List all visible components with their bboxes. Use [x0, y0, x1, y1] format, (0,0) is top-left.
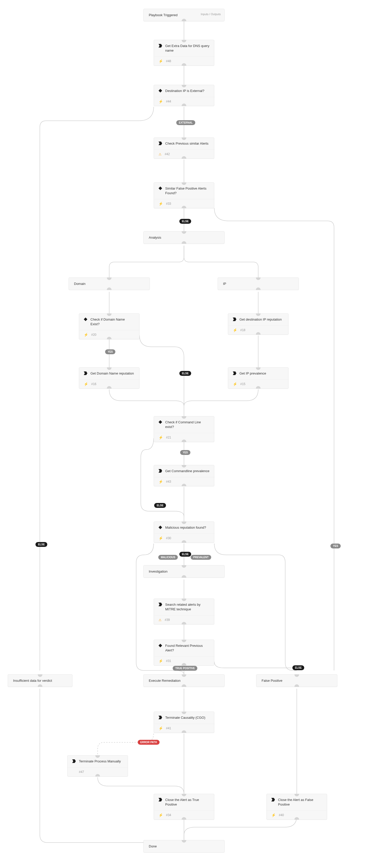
warn-icon: ⚠: [158, 618, 162, 622]
node-43[interactable]: Get Commandline prevalence ⚡ #43: [154, 465, 214, 486]
node-15[interactable]: Get IP prevalence ⚡ #15: [228, 367, 288, 389]
bolt-icon: ⚡: [158, 202, 163, 206]
label-else: ELSE: [179, 219, 191, 224]
node-remediation[interactable]: Execute Remediation: [143, 674, 224, 687]
label-yes: YES: [331, 544, 341, 549]
node-domain[interactable]: Domain: [69, 277, 150, 290]
node-30[interactable]: Malicious reputation found? ⚡ #30: [154, 522, 214, 543]
bolt-icon: ⚡: [233, 382, 237, 386]
diamond-icon: [84, 317, 87, 321]
label-true-positive: TRUE POSITIVE: [173, 666, 197, 671]
chevron-icon: [233, 371, 237, 375]
node-20[interactable]: Check if Domain Name Exist? ⚡ #20: [79, 313, 140, 339]
chevron-icon: [158, 716, 162, 719]
node-analysis[interactable]: Analysis: [143, 231, 224, 244]
io-link[interactable]: Inputs / Outputs: [201, 12, 221, 16]
node-31[interactable]: Found Relevant Previous Alert? ⚡ #31: [154, 640, 214, 665]
label-else: ELSE: [179, 552, 191, 557]
bolt-icon: ⚡: [158, 480, 163, 484]
chevron-icon: [271, 798, 275, 802]
chevron-icon: [158, 142, 162, 145]
bolt-icon: ⚡: [158, 100, 163, 103]
bolt-icon: ⚡: [158, 436, 163, 439]
bolt-icon: ⚡: [271, 813, 276, 817]
label-prevalent: PREVALENT: [191, 555, 211, 560]
chevron-icon: [158, 44, 162, 48]
chevron-icon: [72, 760, 76, 763]
bolt-icon: ⚡: [158, 536, 163, 540]
label-else: ELSE: [154, 503, 166, 508]
chevron-icon: [158, 798, 162, 802]
bolt-icon: ⚡: [158, 659, 163, 663]
node-18[interactable]: Get destination IP reputation ⚡ #18: [228, 313, 288, 335]
node-48[interactable]: Get Extra Data for DNS query name ⚡ #48: [154, 40, 214, 66]
bolt-icon: ⚡: [84, 333, 88, 337]
node-33[interactable]: Similar False Positive Alerts Found? ⚡ #…: [154, 182, 214, 208]
bolt-icon: ⚡: [158, 59, 163, 63]
chevron-icon: [233, 317, 237, 321]
diamond-icon: [158, 89, 162, 92]
node-47[interactable]: Terminate Process Manually #47: [67, 755, 128, 777]
diamond-icon: [158, 420, 162, 424]
node-false-positive[interactable]: False Positive: [256, 674, 337, 687]
node-ip[interactable]: IP: [218, 277, 299, 290]
diamond-icon: [158, 526, 162, 529]
bolt-icon: ⚡: [233, 328, 237, 332]
node-40[interactable]: Close the Alert as False Positive ⚡ #40: [267, 794, 327, 820]
node-42[interactable]: Check Previous similar Alerts ⚠ #42: [154, 137, 214, 159]
bolt-icon: ⚡: [158, 813, 163, 817]
label-yes: YES: [180, 450, 190, 455]
node-16[interactable]: Get Domain Name reputation ⚡ #16: [79, 367, 140, 389]
node-21[interactable]: Check if Command Line exist? ⚡ #21: [154, 416, 214, 442]
bolt-icon: ⚡: [84, 382, 88, 386]
node-trigger[interactable]: Playbook Triggered Inputs / Outputs: [143, 9, 224, 21]
chevron-icon: [158, 469, 162, 473]
chevron-icon: [84, 371, 87, 375]
node-done[interactable]: Done: [143, 840, 224, 852]
node-39[interactable]: Search related alerts by MITRE technique…: [154, 598, 214, 624]
label-else-right: ELSE: [292, 665, 304, 670]
diamond-icon: [158, 186, 162, 190]
node-41[interactable]: Terminate Causality (CGO) ⚡ #41: [154, 712, 214, 733]
warn-icon: ⚠: [158, 153, 162, 156]
label-else-left: ELSE: [35, 542, 47, 547]
node-investigation[interactable]: Investigation: [143, 565, 224, 578]
label-malicious: MALICIOUS: [158, 555, 178, 560]
chevron-icon: [158, 602, 162, 606]
label-yes: YES: [105, 349, 115, 354]
label-error-path: ERROR PATH: [138, 740, 160, 745]
label-else: ELSE: [179, 371, 191, 376]
bolt-icon: ⚡: [158, 726, 163, 730]
node-44[interactable]: Destination IP is External? ⚡ #44: [154, 85, 214, 106]
node-insufficient[interactable]: Insufficient data for verdict: [8, 674, 72, 687]
label-external: EXTERNAL: [176, 120, 195, 125]
node-34[interactable]: Close the Alert as True Positive ⚡ #34: [154, 794, 214, 820]
diamond-icon: [158, 644, 162, 647]
